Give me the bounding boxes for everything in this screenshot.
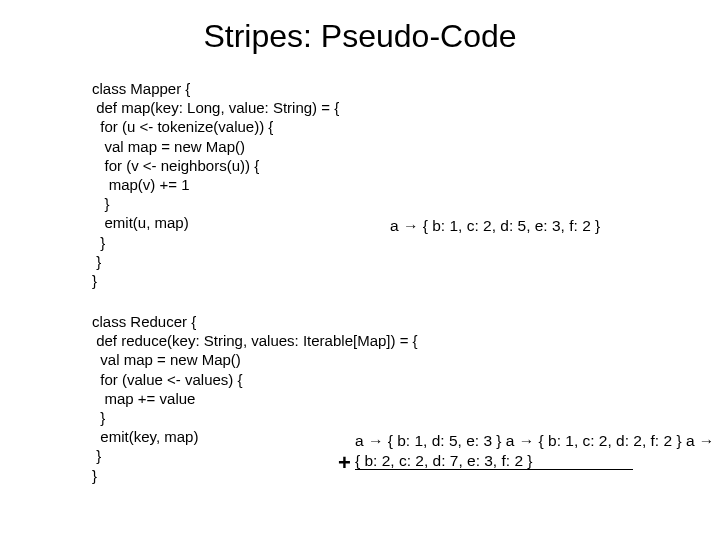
code-line: def reduce(key: String, values: Iterable… — [92, 332, 418, 349]
emit-row: a → { b: 1, c: 2, d: 2, f: 2 } — [506, 432, 682, 449]
code-line: val map = new Map() — [92, 351, 241, 368]
code-line: } — [92, 409, 105, 426]
code-line: val map = new Map() — [92, 138, 245, 155]
code-line: map += value — [92, 390, 195, 407]
code-line: } — [92, 272, 97, 289]
code-line: for (value <- values) { — [92, 371, 242, 388]
code-line: } — [92, 447, 101, 464]
code-line: map(v) += 1 — [92, 176, 190, 193]
code-line: def map(key: Long, value: String) = { — [92, 99, 339, 116]
mapper-code-block: class Mapper { def map(key: Long, value:… — [92, 79, 680, 290]
code-line: emit(key, map) — [92, 428, 198, 445]
plus-icon: + — [338, 450, 351, 476]
mapper-emit-output: a → { b: 1, c: 2, d: 5, e: 3, f: 2 } — [390, 217, 600, 235]
code-line: class Mapper { — [92, 80, 190, 97]
code-line: for (v <- neighbors(u)) { — [92, 157, 259, 174]
code-line: class Reducer { — [92, 313, 196, 330]
code-line: } — [92, 234, 105, 251]
code-line: emit(u, map) — [92, 214, 189, 231]
reducer-emit-output: a → { b: 1, d: 5, e: 3 } a → { b: 1, c: … — [355, 431, 720, 471]
emit-row: a → { b: 1, d: 5, e: 3 } — [355, 432, 502, 449]
slide-title: Stripes: Pseudo-Code — [0, 18, 720, 55]
code-line: } — [92, 195, 110, 212]
slide-content: class Mapper { def map(key: Long, value:… — [0, 79, 720, 485]
code-line: } — [92, 467, 97, 484]
code-line: } — [92, 253, 101, 270]
code-line: for (u <- tokenize(value)) { — [92, 118, 273, 135]
sum-divider-line — [355, 469, 633, 470]
